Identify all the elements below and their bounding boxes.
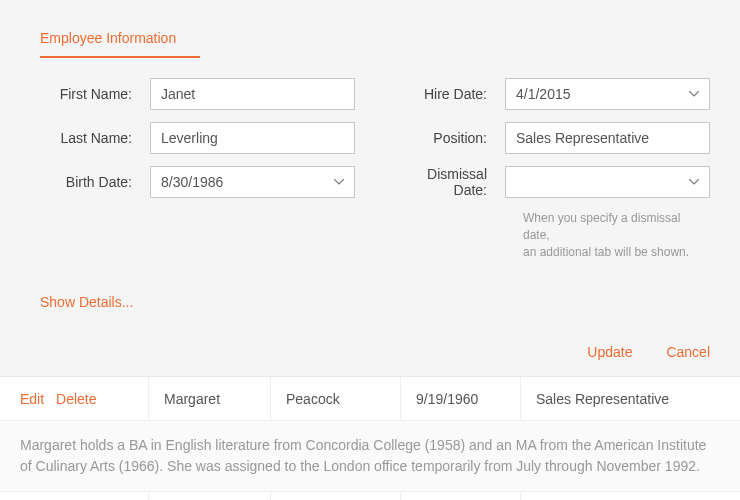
- row-actions: Edit Delete: [0, 391, 148, 407]
- form-column-left: First Name: Janet Last Name: Leverling B…: [40, 78, 355, 260]
- input-last-name-value: Leverling: [161, 130, 218, 146]
- cell-date: 3/4/1978: [400, 492, 520, 500]
- input-position[interactable]: Sales Representative: [505, 122, 710, 154]
- row-hire-date: Hire Date: 4/1/2015: [395, 78, 710, 110]
- form-column-right: Hire Date: 4/1/2015 Position: Sales Repr…: [395, 78, 710, 260]
- tab-row: Employee Information: [40, 30, 710, 58]
- row-birth-date: Birth Date: 8/30/1986: [40, 166, 355, 198]
- row-last-name: Last Name: Leverling: [40, 122, 355, 154]
- dropdown-hire-date-value: 4/1/2015: [516, 86, 571, 102]
- show-details-link[interactable]: Show Details...: [40, 294, 133, 310]
- tab-employee-info[interactable]: Employee Information: [40, 30, 200, 58]
- input-position-value: Sales Representative: [516, 130, 649, 146]
- cell-position: Sales Manager: [520, 492, 740, 500]
- edit-link[interactable]: Edit: [20, 391, 44, 407]
- chevron-down-icon: [689, 179, 699, 185]
- cell-first-name: Margaret: [148, 377, 270, 420]
- cell-last-name: Buchanan: [270, 492, 400, 500]
- table-row: Edit Delete Steven Buchanan 3/4/1978 Sal…: [0, 492, 740, 500]
- update-button[interactable]: Update: [587, 344, 632, 360]
- form-buttons: Update Cancel: [30, 330, 710, 376]
- dismissal-hint-text: When you specify a dismissal date, an ad…: [523, 210, 710, 260]
- row-bio: Margaret holds a BA in English literatur…: [0, 421, 740, 492]
- input-first-name[interactable]: Janet: [150, 78, 355, 110]
- label-hire-date: Hire Date:: [395, 86, 505, 102]
- cell-first-name: Steven: [148, 492, 270, 500]
- dropdown-birth-date[interactable]: 8/30/1986: [150, 166, 355, 198]
- cancel-button[interactable]: Cancel: [666, 344, 710, 360]
- label-dismissal-date: Dismissal Date:: [395, 166, 505, 198]
- cell-last-name: Peacock: [270, 377, 400, 420]
- label-first-name: First Name:: [40, 86, 150, 102]
- row-first-name: First Name: Janet: [40, 78, 355, 110]
- chevron-down-icon: [689, 91, 699, 97]
- form-grid: First Name: Janet Last Name: Leverling B…: [30, 78, 710, 260]
- cell-date: 9/19/1960: [400, 377, 520, 420]
- table-row: Edit Delete Margaret Peacock 9/19/1960 S…: [0, 377, 740, 421]
- row-position: Position: Sales Representative: [395, 122, 710, 154]
- dismissal-hint: When you specify a dismissal date, an ad…: [523, 210, 710, 260]
- chevron-down-icon: [334, 179, 344, 185]
- delete-link[interactable]: Delete: [56, 391, 96, 407]
- edit-panel: Employee Information First Name: Janet L…: [0, 0, 740, 377]
- row-dismissal-date: Dismissal Date:: [395, 166, 710, 198]
- label-position: Position:: [395, 130, 505, 146]
- label-birth-date: Birth Date:: [40, 174, 150, 190]
- dropdown-hire-date[interactable]: 4/1/2015: [505, 78, 710, 110]
- dropdown-dismissal-date[interactable]: [505, 166, 710, 198]
- hint-line-1: When you specify a dismissal date,: [523, 211, 680, 242]
- input-last-name[interactable]: Leverling: [150, 122, 355, 154]
- input-first-name-value: Janet: [161, 86, 195, 102]
- cell-position: Sales Representative: [520, 377, 740, 420]
- dropdown-birth-date-value: 8/30/1986: [161, 174, 223, 190]
- label-last-name: Last Name:: [40, 130, 150, 146]
- hint-line-2: an additional tab will be shown.: [523, 245, 689, 259]
